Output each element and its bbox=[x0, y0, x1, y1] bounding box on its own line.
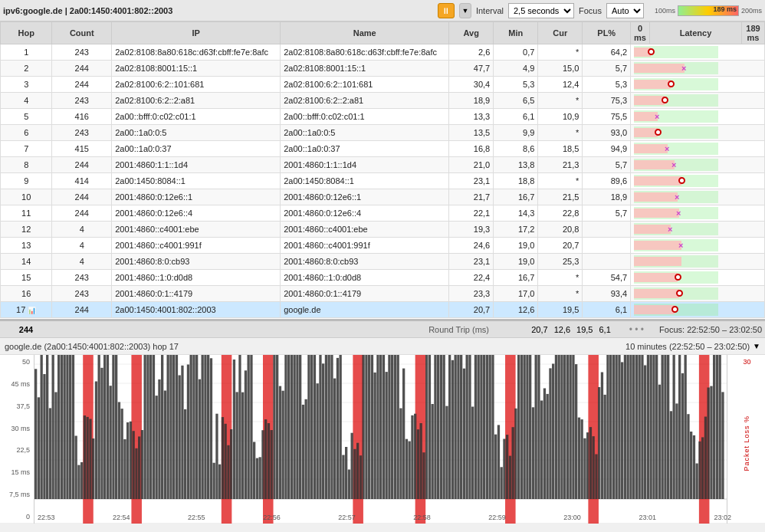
svg-rect-161 bbox=[448, 355, 451, 499]
svg-rect-41 bbox=[103, 355, 106, 499]
focus-select[interactable]: Auto bbox=[606, 3, 644, 18]
svg-rect-237 bbox=[667, 355, 669, 499]
cell-min: 6,5 bbox=[494, 93, 538, 109]
svg-rect-75 bbox=[202, 355, 204, 499]
cell-name: 2001:4860::c4001:ebe bbox=[281, 222, 449, 238]
y-label-75: 7,5 ms bbox=[2, 491, 32, 498]
cell-avg: 30,4 bbox=[449, 77, 494, 93]
table-row[interactable]: 13 4 2001:4860::c4001:991f 2001:4860::c4… bbox=[1, 238, 765, 254]
svg-rect-233 bbox=[655, 355, 658, 499]
table-row[interactable]: 17 📊 244 2a00:1450:4001:802::2003 google… bbox=[1, 302, 765, 318]
cell-cur: 21,5 bbox=[538, 189, 583, 205]
svg-rect-232 bbox=[652, 355, 655, 499]
cell-pl: 54,7 bbox=[583, 270, 631, 286]
col-min: Min bbox=[494, 22, 538, 44]
svg-rect-39 bbox=[98, 355, 100, 499]
svg-rect-129 bbox=[356, 443, 359, 499]
svg-rect-55 bbox=[144, 355, 146, 499]
svg-rect-33 bbox=[80, 462, 83, 499]
svg-rect-224 bbox=[629, 355, 632, 499]
table-row[interactable]: 4 243 2a02:8100:6:2::2:a81 2a02:8100:6:2… bbox=[1, 93, 765, 109]
interval-select[interactable]: 2,5 seconds bbox=[508, 3, 574, 18]
cell-pl: 5,7 bbox=[583, 157, 631, 173]
table-row[interactable]: 9 414 2a00:1450:8084::1 2a00:1450:8084::… bbox=[1, 173, 765, 189]
graph-title: google.de (2a00:1450:4001:802::2003) hop… bbox=[5, 342, 179, 351]
svg-rect-205 bbox=[575, 364, 577, 499]
cell-cur: 20,7 bbox=[538, 238, 583, 254]
svg-rect-151 bbox=[420, 423, 422, 499]
table-row[interactable]: 7 415 2a00::1a0:0:37 2a00::1a0:0:37 16,8… bbox=[1, 141, 765, 157]
pause-button[interactable]: ⏸ bbox=[438, 3, 455, 18]
cell-cur: * bbox=[538, 125, 583, 141]
svg-rect-125 bbox=[345, 447, 347, 499]
svg-rect-252 bbox=[710, 386, 712, 499]
svg-rect-250 bbox=[704, 417, 707, 500]
table-row[interactable]: 14 4 2001:4860:8:0:cb93 2001:4860:8:0:cb… bbox=[1, 254, 765, 270]
latency-scale-bar: 100ms 189 ms 200ms bbox=[655, 5, 762, 16]
table-row[interactable]: 6 243 2a00::1a0:0:5 2a00::1a0:0:5 13,5 9… bbox=[1, 125, 765, 141]
cell-latency: × bbox=[631, 189, 765, 205]
svg-rect-192 bbox=[537, 355, 540, 499]
svg-rect-179 bbox=[501, 467, 503, 499]
svg-rect-59 bbox=[156, 396, 158, 499]
cell-count: 4 bbox=[52, 254, 112, 270]
svg-rect-164 bbox=[457, 355, 459, 499]
table-row[interactable]: 5 416 2a00::bfff:0:c02:c01:1 2a00::bfff:… bbox=[1, 109, 765, 125]
latency-scale-max: 200ms bbox=[741, 7, 762, 15]
cell-pl bbox=[583, 254, 631, 270]
table-header-row: Hop Count IP Name Avg Min Cur PL% 0 ms L… bbox=[1, 22, 765, 44]
x-axis: 22:53 22:54 22:55 22:56 22:57 22:58 22:5… bbox=[34, 514, 734, 521]
footer-avg: 20,7 bbox=[531, 325, 547, 334]
cell-hop: 17 📊 bbox=[1, 302, 52, 318]
col-hop: Hop bbox=[1, 22, 52, 44]
table-row[interactable]: 12 4 2001:4860::c4001:ebe 2001:4860::c40… bbox=[1, 222, 765, 238]
cell-min: 4,9 bbox=[494, 61, 538, 77]
table-row[interactable]: 10 244 2001:4860:0:12e6::1 2001:4860:0:1… bbox=[1, 189, 765, 205]
svg-rect-180 bbox=[503, 439, 505, 500]
svg-rect-104 bbox=[284, 355, 287, 499]
table-row[interactable]: 16 243 2001:4860:0:1::4179 2001:4860:0:1… bbox=[1, 286, 765, 302]
svg-rect-249 bbox=[701, 437, 704, 499]
svg-rect-76 bbox=[204, 355, 206, 499]
cell-latency: × bbox=[631, 238, 765, 254]
cell-avg: 22,4 bbox=[449, 270, 494, 286]
svg-rect-120 bbox=[330, 355, 333, 499]
table-row[interactable]: 8 244 2001:4860:1:1::1d4 2001:4860:1:1::… bbox=[1, 157, 765, 173]
table-row[interactable]: 15 243 2001:4860::1:0:d0d8 2001:4860::1:… bbox=[1, 270, 765, 286]
x-label-2302: 23:02 bbox=[714, 514, 731, 521]
svg-rect-113 bbox=[310, 355, 313, 499]
svg-rect-46 bbox=[118, 402, 120, 500]
cell-min: 17,2 bbox=[494, 222, 538, 238]
table-row[interactable]: 2 244 2a02:8108:8001:15::1 2a02:8108:800… bbox=[1, 61, 765, 77]
svg-rect-141 bbox=[391, 355, 393, 499]
svg-rect-126 bbox=[348, 470, 350, 500]
col-ip: IP bbox=[112, 22, 281, 44]
cell-ip: 2a02:8108:8001:15::1 bbox=[112, 61, 281, 77]
graph-time-dropdown[interactable]: ▼ bbox=[753, 342, 760, 350]
cell-avg: 18,9 bbox=[449, 93, 494, 109]
svg-rect-231 bbox=[650, 355, 652, 499]
cell-avg: 19,3 bbox=[449, 222, 494, 238]
svg-rect-218 bbox=[612, 355, 615, 499]
dropdown-button[interactable]: ▼ bbox=[459, 3, 471, 18]
svg-rect-196 bbox=[549, 368, 551, 499]
col-latency-bar: Latency bbox=[650, 22, 742, 44]
svg-rect-99 bbox=[271, 430, 273, 499]
cell-name: 2a00::1a0:0:5 bbox=[281, 125, 449, 141]
svg-rect-132 bbox=[365, 355, 367, 499]
svg-rect-66 bbox=[176, 355, 178, 499]
table-row[interactable]: 1 243 2a02:8108:8a80:618c:d63f:cbff:fe7e… bbox=[1, 44, 765, 61]
cell-latency: × bbox=[631, 222, 765, 238]
cell-hop: 3 bbox=[1, 77, 52, 93]
footer-cur: 19,5 bbox=[576, 325, 593, 334]
col-count: Count bbox=[52, 22, 112, 44]
svg-rect-149 bbox=[414, 414, 416, 499]
cell-cur: * bbox=[538, 44, 583, 61]
latency-scale-min: 100ms bbox=[655, 7, 675, 15]
table-row[interactable]: 11 244 2001:4860:0:12e6::4 2001:4860:0:1… bbox=[1, 205, 765, 222]
cell-pl: 64,2 bbox=[583, 44, 631, 61]
cell-name: 2001:4860:0:12e6::1 bbox=[281, 189, 449, 205]
table-row[interactable]: 3 244 2a02:8100:6:2::101:681 2a02:8100:6… bbox=[1, 77, 765, 93]
svg-rect-36 bbox=[89, 419, 91, 500]
svg-rect-93 bbox=[253, 442, 255, 500]
